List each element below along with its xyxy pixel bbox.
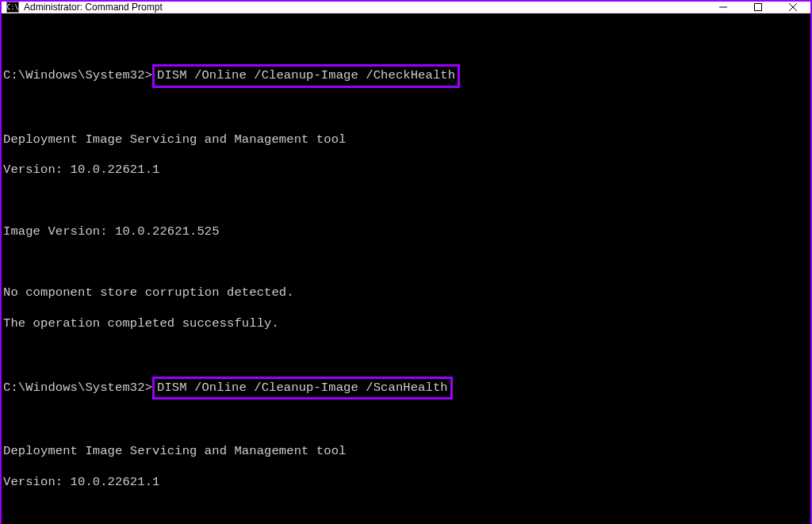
output-text: Image Version: 10.0.22621.525	[3, 224, 810, 239]
output-text: Version: 10.0.22621.1	[3, 475, 810, 490]
output-text: Deployment Image Servicing and Managemen…	[3, 132, 810, 147]
highlighted-command-checkhealth: DISM /Online /Cleanup-Image /CheckHealth	[152, 64, 460, 87]
window-title: Administrator: Command Prompt	[24, 2, 706, 13]
command-prompt-window: C:\ Administrator: Command Prompt C:\Win…	[0, 0, 812, 524]
titlebar[interactable]: C:\ Administrator: Command Prompt	[2, 2, 810, 13]
output-text: Deployment Image Servicing and Managemen…	[3, 444, 810, 459]
minimize-button[interactable]	[706, 2, 741, 13]
app-icon: C:\	[6, 2, 19, 13]
output-text: Version: 10.0.22621.1	[3, 163, 810, 178]
terminal-output[interactable]: C:\Windows\System32>DISM /Online /Cleanu…	[2, 13, 810, 524]
prompt-text: C:\Windows\System32>	[3, 381, 152, 395]
prompt-text: C:\Windows\System32>	[3, 68, 152, 82]
output-text: No component store corruption detected.	[3, 285, 810, 300]
close-button[interactable]	[776, 2, 810, 13]
highlighted-command-scanhealth: DISM /Online /Cleanup-Image /ScanHealth	[152, 377, 453, 400]
output-text: The operation completed successfully.	[3, 316, 810, 331]
svg-rect-1	[755, 4, 762, 11]
window-controls	[706, 2, 810, 13]
maximize-button[interactable]	[741, 2, 776, 13]
